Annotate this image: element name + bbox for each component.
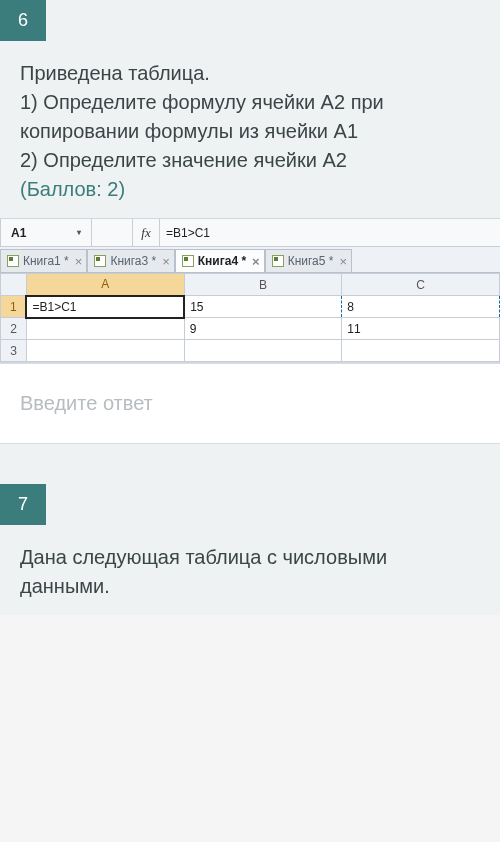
answer-input[interactable]: Введите ответ xyxy=(0,363,500,444)
workbook-tab-1[interactable]: Книга1 * × xyxy=(0,249,87,273)
formula-bar: A1 ▾ fx =B1>C1 xyxy=(0,219,500,247)
cell-b1: 15 xyxy=(184,296,342,318)
fx-icon: fx xyxy=(133,225,159,241)
col-header-c: C xyxy=(342,274,500,296)
workbook-tab-4[interactable]: Книга5 * × xyxy=(265,249,352,273)
excel-file-icon xyxy=(7,255,19,267)
col-header-a: A xyxy=(26,274,184,296)
question-number-badge: 7 xyxy=(0,484,46,525)
cell-a1: =B1>C1 xyxy=(26,296,184,318)
chevron-down-icon: ▾ xyxy=(77,228,81,237)
workbook-tab-3-active[interactable]: Книга4 * × xyxy=(175,249,265,273)
row-header-1: 1 xyxy=(1,296,27,318)
close-icon[interactable]: × xyxy=(75,254,83,269)
spreadsheet-grid: A B C 1 =B1>C1 15 8 2 9 11 3 xyxy=(0,273,500,362)
col-header-b: B xyxy=(184,274,342,296)
workbook-tab-strip: Книга1 * × Книга3 * × Книга4 * × Книга5 … xyxy=(0,247,500,273)
question-7: 7 Дана следующая таблица с числовыми дан… xyxy=(0,484,500,615)
cell-a2 xyxy=(26,318,184,340)
row-header-2: 2 xyxy=(1,318,27,340)
cell-c2: 11 xyxy=(342,318,500,340)
question-6: 6 Приведена таблица. 1) Определите форму… xyxy=(0,0,500,444)
q6-part2: 2) Определите значение ячейки А2 xyxy=(20,146,480,175)
workbook-tab-2[interactable]: Книга3 * × xyxy=(87,249,174,273)
question-text: Приведена таблица. 1) Определите формулу… xyxy=(0,41,500,218)
points-label: (Баллов: 2) xyxy=(20,175,480,204)
excel-file-icon xyxy=(272,255,284,267)
q6-part1: 1) Определите формулу ячейки А2 при копи… xyxy=(20,88,480,146)
cell-b2: 9 xyxy=(184,318,342,340)
cell-b3 xyxy=(184,340,342,362)
select-all-corner xyxy=(1,274,27,296)
name-box: A1 ▾ xyxy=(1,226,91,240)
close-icon[interactable]: × xyxy=(339,254,347,269)
question-number-badge: 6 xyxy=(0,0,46,41)
q6-intro: Приведена таблица. xyxy=(20,59,480,88)
row-header-3: 3 xyxy=(1,340,27,362)
cell-c3 xyxy=(342,340,500,362)
spreadsheet-image: A1 ▾ fx =B1>C1 Книга1 * × Книга3 * xyxy=(0,218,500,363)
formula-bar-value: =B1>C1 xyxy=(160,226,500,240)
q7-intro: Дана следующая таблица с числовыми данны… xyxy=(20,543,480,601)
close-icon[interactable]: × xyxy=(252,254,260,269)
close-icon[interactable]: × xyxy=(162,254,170,269)
name-box-value: A1 xyxy=(11,226,26,240)
cell-a3 xyxy=(26,340,184,362)
cell-c1: 8 xyxy=(342,296,500,318)
excel-file-icon xyxy=(182,255,194,267)
question-text: Дана следующая таблица с числовыми данны… xyxy=(0,525,500,615)
excel-file-icon xyxy=(94,255,106,267)
